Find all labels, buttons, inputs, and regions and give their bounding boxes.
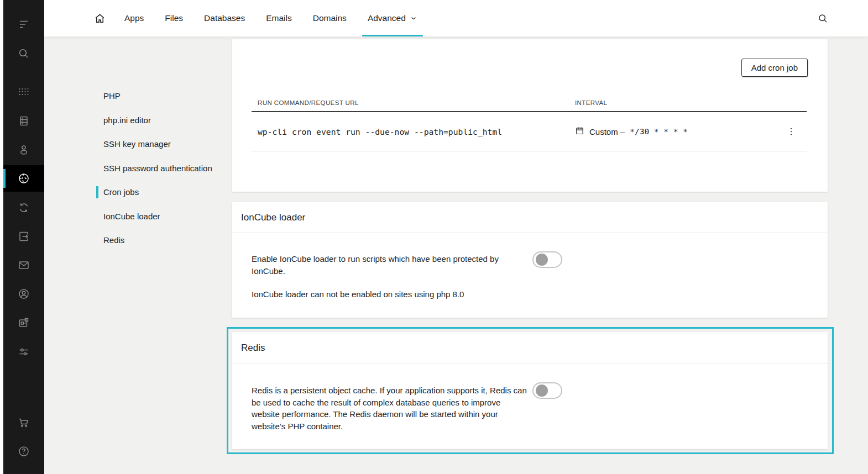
- sidebar-item-php[interactable]: PHP: [96, 84, 234, 108]
- nav-tab-apps[interactable]: Apps: [114, 0, 154, 36]
- sidebar-item-label: php.ini editor: [103, 115, 151, 125]
- sidebar-item-label: PHP: [103, 91, 121, 101]
- rail-item-account[interactable]: [3, 281, 44, 307]
- rail-active-indicator: [3, 169, 6, 188]
- nav-tab-advanced[interactable]: Advanced: [357, 0, 428, 36]
- rail-item-help[interactable]: [3, 438, 44, 465]
- add-cron-job-button[interactable]: Add cron job: [741, 59, 808, 77]
- active-menu-indicator: [96, 186, 98, 198]
- cron-command-cell: wp-cli cron event run --due-now --path=p…: [252, 127, 569, 136]
- sidebar-item-label: IonCube loader: [103, 212, 160, 221]
- rail-item-billing[interactable]: [3, 309, 44, 336]
- cron-interval-cell: Custom – */30 * * * *: [569, 126, 776, 137]
- rail-item-mail[interactable]: [3, 252, 44, 278]
- redis-highlight-border: Redis Redis is a persistent object cache…: [227, 327, 834, 454]
- nav-tab-databases[interactable]: Databases: [194, 0, 255, 36]
- cron-jobs-table: RUN COMMAND/REQUEST URL INTERVAL wp-cli …: [252, 99, 807, 151]
- rail-item-server[interactable]: [3, 108, 44, 134]
- nav-tab-emails[interactable]: Emails: [255, 0, 302, 36]
- table-header-row: RUN COMMAND/REQUEST URL INTERVAL: [252, 99, 807, 112]
- nav-tab-label: Apps: [124, 13, 144, 23]
- help-icon: [17, 445, 30, 458]
- redis-card: Redis Redis is a persistent object cache…: [232, 332, 828, 449]
- rail-item-preferences[interactable]: [3, 339, 44, 365]
- rail-item-sync[interactable]: [3, 194, 44, 221]
- sidebar-item-ioncube-loader[interactable]: IonCube loader: [96, 204, 234, 229]
- ioncube-card-body: Enable IonCube loader to run scripts whi…: [232, 233, 828, 299]
- sidebar-item-php-ini-editor[interactable]: php.ini editor: [96, 108, 234, 133]
- sidebar-item-label: Redis: [103, 235, 124, 245]
- rail-item-user[interactable]: [3, 136, 44, 163]
- calendar-icon: [575, 126, 584, 137]
- login-icon: [17, 230, 30, 243]
- search-icon[interactable]: [816, 12, 829, 25]
- rail-item-search[interactable]: [3, 40, 44, 67]
- sidebar-item-ssh-key-manager[interactable]: SSH key manager: [96, 132, 234, 156]
- toggle-knob: [536, 254, 548, 266]
- sidebar-item-label: SSH password authentication: [103, 164, 212, 173]
- nav-tab-files[interactable]: Files: [154, 0, 194, 36]
- search-icon: [17, 47, 30, 60]
- rail-item-globe[interactable]: [3, 165, 44, 192]
- active-tab-underline: [362, 35, 423, 36]
- cron-jobs-card: Add cron job RUN COMMAND/REQUEST URL INT…: [232, 39, 828, 192]
- advanced-side-menu: PHP php.ini editor SSH key manager SSH p…: [96, 84, 234, 252]
- app-page: Apps Files Databases Emails Domains Adva…: [0, 0, 868, 474]
- row-actions-kebab-icon[interactable]: [786, 127, 796, 136]
- billing-icon: [17, 316, 30, 329]
- menu-icon: [17, 18, 30, 31]
- cart-icon: [17, 416, 30, 429]
- description-line: be used to cache the result of complex d…: [252, 397, 808, 409]
- table-row: wp-cli cron event run --due-now --path=p…: [252, 112, 807, 151]
- home-icon[interactable]: [93, 12, 106, 25]
- rail-item-cart[interactable]: [3, 409, 44, 436]
- nav-tabs: Apps Files Databases Emails Domains Adva…: [114, 0, 428, 36]
- column-header-actions: [776, 99, 807, 106]
- card-title: IonCube loader: [232, 202, 828, 233]
- description-line: IonCube.: [252, 265, 808, 277]
- redis-toggle[interactable]: [532, 382, 562, 399]
- rail-item-apps[interactable]: [3, 78, 44, 105]
- rail-item-menu[interactable]: [3, 11, 44, 38]
- description-line: website's PHP container.: [252, 420, 808, 433]
- mail-icon: [17, 259, 30, 272]
- description-line: website performance. The Redis daemon wi…: [252, 408, 808, 420]
- account-circle-icon: [17, 287, 30, 301]
- card-title: Redis: [232, 332, 828, 364]
- column-header-interval: INTERVAL: [569, 99, 776, 106]
- icon-rail: [3, 0, 44, 474]
- description-line: Redis is a persistent object cache. If y…: [252, 385, 808, 397]
- sidebar-item-redis[interactable]: Redis: [96, 228, 234, 252]
- toggle-knob: [536, 385, 548, 397]
- user-icon: [17, 143, 30, 156]
- rail-item-login[interactable]: [3, 223, 44, 250]
- nav-tab-domains[interactable]: Domains: [302, 0, 357, 36]
- ioncube-loader-card: IonCube loader Enable IonCube loader to …: [232, 202, 828, 318]
- column-header-command: RUN COMMAND/REQUEST URL: [252, 99, 569, 106]
- nav-tab-label: Emails: [266, 13, 292, 23]
- globe-icon: [17, 172, 30, 185]
- nav-tab-label: Databases: [204, 13, 245, 23]
- chevron-down-icon: [410, 14, 417, 22]
- server-icon: [17, 114, 30, 128]
- interval-label: Custom –: [589, 127, 625, 136]
- ioncube-note: IonCube loader can not be enabled on sit…: [252, 289, 808, 299]
- sidebar-item-ssh-password-authentication[interactable]: SSH password authentication: [96, 156, 234, 181]
- description-line: Enable IonCube loader to run scripts whi…: [252, 253, 808, 265]
- nav-tab-label: Files: [165, 13, 183, 23]
- top-navbar: Apps Files Databases Emails Domains Adva…: [44, 0, 868, 36]
- interval-expression: */30 * * * *: [630, 127, 688, 136]
- redis-description: Redis is a persistent object cache. If y…: [252, 385, 808, 432]
- ioncube-description: Enable IonCube loader to run scripts whi…: [252, 253, 808, 277]
- redis-card-body: Redis is a persistent object cache. If y…: [232, 364, 828, 432]
- sidebar-item-label: Cron jobs: [103, 187, 139, 197]
- nav-tab-label: Advanced: [368, 13, 406, 23]
- settings-sliders-icon: [17, 345, 30, 359]
- nav-tab-label: Domains: [313, 13, 347, 23]
- ioncube-toggle[interactable]: [532, 251, 562, 268]
- sidebar-item-cron-jobs[interactable]: Cron jobs: [96, 180, 234, 204]
- sidebar-item-label: SSH key manager: [103, 139, 171, 149]
- apps-grid-icon: [17, 85, 30, 98]
- sync-icon: [17, 201, 30, 214]
